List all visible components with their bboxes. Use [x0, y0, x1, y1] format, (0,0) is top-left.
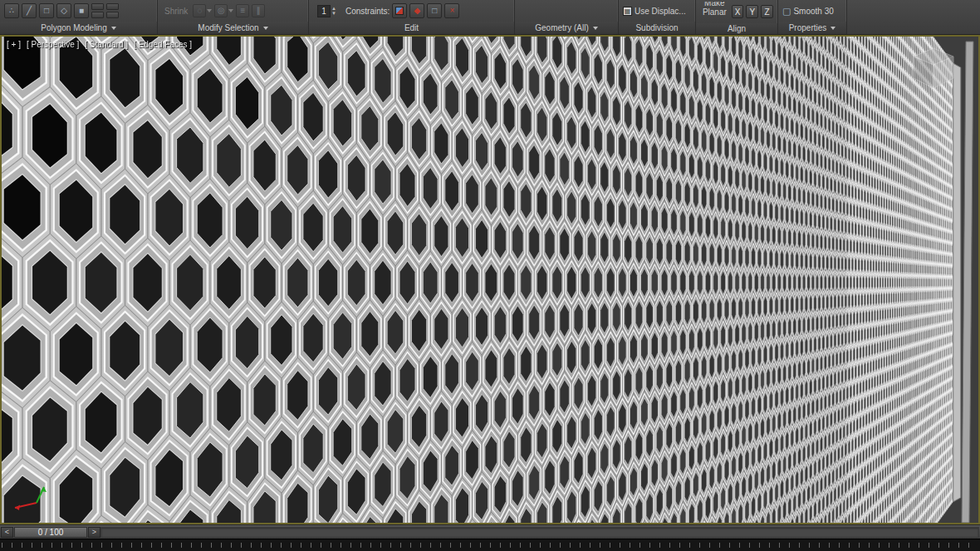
section-title: Subdivision [635, 23, 678, 32]
constraint-edge-button[interactable]: ◆ [409, 3, 424, 18]
track-bar-ticks [2, 543, 978, 548]
element-mode-button[interactable]: ■ [74, 3, 89, 18]
section-title: Align [728, 24, 746, 33]
time-slider-bar: < 0 / 100 > [0, 524, 980, 539]
vertex-icon: ∴ [9, 7, 14, 15]
viewport-canvas[interactable] [2, 37, 978, 523]
section-title: Properties [789, 23, 827, 32]
border-mode-button[interactable]: □ [39, 3, 54, 18]
viewport-menu-general[interactable]: [ + ] [7, 40, 21, 49]
section-label-polygon-modeling[interactable]: Polygon Modeling [0, 22, 157, 34]
next-frame-button[interactable]: > [88, 527, 100, 538]
constraint-edge-icon: ◆ [414, 7, 420, 15]
edit-value-spinner[interactable]: 1 ▲▼ [317, 5, 336, 17]
polygon-modeling-tools: ∴ ╱ □ ◇ ■ [0, 0, 157, 22]
ribbon-section-geometry: Geometry (All) [515, 0, 619, 34]
caret-down-icon [831, 27, 835, 30]
modifier-toggle-button[interactable] [106, 12, 119, 18]
use-displacement-label[interactable]: Use Displac... [635, 7, 686, 16]
planar-z-button[interactable]: Z [761, 5, 773, 18]
previous-frame-button[interactable]: < [1, 527, 13, 538]
y-axis-arrow-icon [41, 487, 47, 492]
constraint-normal-icon: × [449, 7, 454, 15]
constraint-none-button[interactable] [392, 3, 407, 18]
planar-x-button[interactable]: X [732, 5, 744, 18]
edit-tools: 1 ▲▼ Constraints: ◆ □ × [309, 0, 514, 22]
caret-down-icon [228, 9, 233, 12]
edge-icon: ╱ [27, 7, 32, 15]
ring-mode-icon: ∥ [257, 7, 261, 15]
polygon-icon: ◇ [61, 7, 67, 15]
make-planar-line2: Planar [703, 7, 727, 17]
constraint-none-icon [395, 7, 404, 15]
vertex-mode-button[interactable]: ∴ [4, 3, 19, 18]
section-label-align[interactable]: Align [696, 23, 777, 34]
section-label-subdivision[interactable]: Subdivision [619, 22, 695, 34]
viewport-label: [ + ] [ Perspective ] [ Standard ] [ Edg… [7, 40, 192, 49]
subdivision-tools: ▦ Use Displac... [619, 0, 695, 22]
section-title: Modify Selection [198, 23, 258, 32]
ribbon-section-subdivision: ▦ Use Displac... Subdivision [619, 0, 696, 34]
viewport-menu-pov[interactable]: [ Perspective ] [27, 40, 79, 49]
loop-mode-button[interactable]: ≡ [236, 4, 249, 17]
loop-mode-icon: ≡ [240, 7, 245, 15]
viewcube[interactable] [907, 45, 960, 93]
ribbon-empty-area [847, 0, 980, 34]
section-label-geometry[interactable]: Geometry (All) [515, 22, 618, 34]
border-icon: □ [44, 7, 49, 15]
grow-ring-button[interactable]: ◎ [214, 4, 228, 17]
section-label-properties[interactable]: Properties [778, 22, 846, 34]
caret-down-icon [111, 27, 116, 30]
viewport: [ + ] [ Perspective ] [ Standard ] [ Edg… [0, 35, 980, 524]
preview-subobject-button[interactable] [91, 3, 104, 10]
ribbon-toolbar: ∴ ╱ □ ◇ ■ Polygon Modeling Shrink ◌ [0, 0, 980, 35]
time-slider-track[interactable] [100, 527, 979, 538]
section-title: Geometry (All) [535, 23, 588, 32]
planar-y-button[interactable]: Y [746, 5, 758, 18]
section-title: Edit [404, 23, 419, 32]
spinner-arrows-icon[interactable]: ▲▼ [331, 5, 336, 17]
ribbon-section-align: Make Planar X Y Z Align [696, 0, 778, 34]
collapse-stack-button[interactable] [106, 3, 119, 10]
loop-icon: ◌ [197, 7, 202, 15]
section-label-edit[interactable]: Edit [309, 22, 514, 34]
geometry-tools [515, 0, 618, 22]
use-displacement-checkbox[interactable]: ▦ [623, 7, 632, 16]
polygon-mode-button[interactable]: ◇ [56, 3, 71, 18]
ring-mode-button[interactable]: ∥ [252, 4, 265, 17]
smooth-icon: ▢ [782, 6, 791, 17]
ribbon-section-polygon-modeling: ∴ ╱ □ ◇ ■ Polygon Modeling [0, 0, 158, 34]
properties-tools: ▢ Smooth 30 [778, 0, 846, 22]
constraints-label: Constraints: [345, 7, 390, 16]
ribbon-section-modify-selection: Shrink ◌ ◎ ≡ ∥ Modify Selection [158, 0, 309, 34]
constraint-normal-button[interactable]: × [444, 3, 459, 18]
smooth-30-button[interactable]: Smooth 30 [793, 7, 833, 16]
make-planar-line1: Make [704, 2, 724, 7]
caret-down-icon [593, 27, 598, 30]
section-title: Polygon Modeling [41, 23, 107, 32]
shrink-button[interactable]: Shrink [164, 7, 188, 16]
ring-icon: ◎ [218, 7, 225, 15]
section-label-modify-selection[interactable]: Modify Selection [158, 22, 308, 34]
constraint-face-icon: □ [432, 7, 437, 15]
align-tools: Make Planar X Y Z [696, 0, 777, 23]
caret-down-icon [207, 9, 212, 12]
world-axis-gizmo [8, 481, 53, 516]
spinner-value[interactable]: 1 [317, 5, 331, 17]
element-icon: ■ [79, 7, 84, 15]
caret-down-icon [263, 27, 268, 30]
grow-loop-button[interactable]: ◌ [193, 4, 206, 17]
time-slider-handle[interactable]: 0 / 100 [14, 527, 87, 538]
modify-selection-tools: Shrink ◌ ◎ ≡ ∥ [158, 0, 308, 22]
ribbon-section-properties: ▢ Smooth 30 Properties [778, 0, 847, 34]
ribbon-section-edit: 1 ▲▼ Constraints: ◆ □ × Edit [309, 0, 515, 34]
make-planar-button[interactable]: Make Planar [700, 2, 729, 22]
edge-mode-button[interactable]: ╱ [22, 3, 37, 18]
x-axis-arrow-icon [15, 505, 20, 511]
preview-multi-button[interactable] [91, 12, 104, 18]
constraint-face-button[interactable]: □ [427, 3, 442, 18]
viewport-menu-shading[interactable]: [ Standard ] [85, 40, 128, 49]
viewport-menu-style[interactable]: [ Edged Faces ] [134, 40, 192, 49]
track-bar[interactable] [0, 539, 980, 551]
